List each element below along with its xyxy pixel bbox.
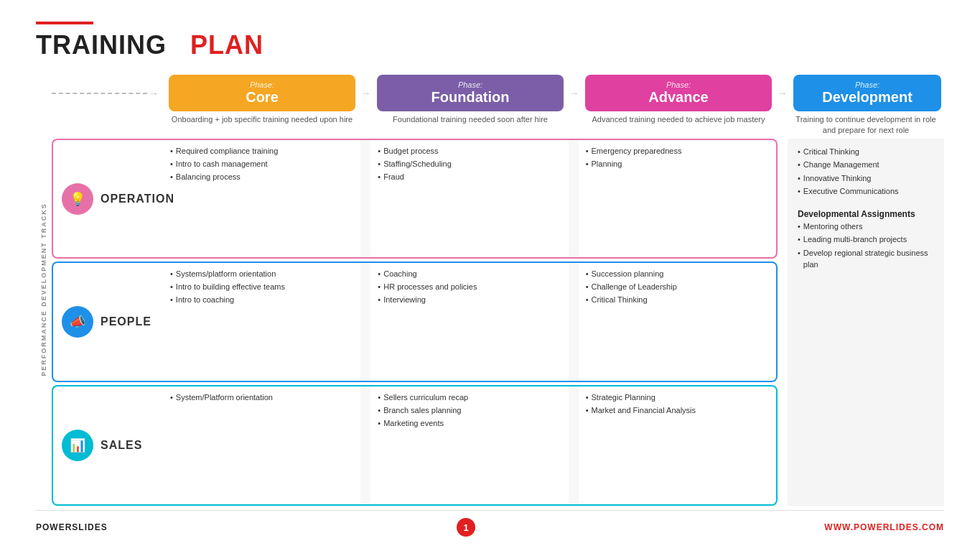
list-item: •HR processes and policies xyxy=(378,282,561,293)
phase-core-header: Phase: Core xyxy=(163,73,361,113)
list-item: • Mentoring others xyxy=(798,221,934,233)
list-item: •Intro to building effective teams xyxy=(170,282,353,293)
list-item: • Critical Thinking xyxy=(798,146,934,158)
list-item: •Critical Thinking xyxy=(586,295,769,306)
footer-brand-left: POWERSLIDES xyxy=(36,522,108,532)
list-item: •Required compliance training xyxy=(170,146,353,157)
dev-assignments-title: Developmental Assignments xyxy=(798,209,915,219)
phase-foundation-card: Phase: Foundation xyxy=(377,75,564,111)
track-sales-label: 📊 SALES xyxy=(52,385,163,506)
list-item: •Balancing process xyxy=(170,172,353,183)
phase-core-card: Phase: Core xyxy=(169,75,355,111)
desc-empty xyxy=(52,114,163,136)
list-item: •Branch sales planning xyxy=(378,405,561,417)
list-item: •Strategic Planning xyxy=(586,392,769,404)
phase-advance-label: Phase: xyxy=(592,80,765,89)
header: TRAINING PLAN xyxy=(36,22,944,60)
sales-icon: 📊 xyxy=(62,430,93,461)
list-item: •Fraud xyxy=(378,172,561,183)
title-plan: PLAN xyxy=(190,30,263,60)
footer: POWERSLIDES 1 WWW.POWERLIDES.COM xyxy=(36,510,944,537)
footer-page-number: 1 xyxy=(457,518,475,537)
list-item: • Change Management xyxy=(798,159,934,171)
list-item: •Intro to coaching xyxy=(170,295,353,306)
phase-advance-header: Phase: Advance xyxy=(579,73,778,113)
red-accent-line xyxy=(36,22,93,24)
desc-development: Training to continue development in role… xyxy=(788,114,944,136)
footer-brand-right: WWW.POWERLIDES.COM xyxy=(824,522,944,532)
people-icon: 📣 xyxy=(62,306,93,338)
sales-core-data: •System/Platform orientation xyxy=(163,385,360,506)
people-name: PEOPLE xyxy=(101,315,151,328)
people-advance-data: •Succession planning •Challenge of Leade… xyxy=(579,261,778,382)
phase-development-label: Phase: xyxy=(801,80,934,89)
phase-development-name: Development xyxy=(801,89,934,106)
people-core-data: •Systems/platform orientation •Intro to … xyxy=(163,261,360,382)
descriptions-row: Onboarding + job specific training neede… xyxy=(52,114,944,136)
phase-advance-name: Advance xyxy=(592,89,765,106)
list-item: •Planning xyxy=(586,159,769,170)
phase-core-name: Core xyxy=(176,89,348,106)
list-item: •Market and Financial Analysis xyxy=(586,405,769,417)
list-item: •Intro to cash management xyxy=(170,159,353,170)
title-training: TRAINING xyxy=(36,30,167,60)
people-foundation-data: •Coaching •HR processes and policies •In… xyxy=(370,261,568,382)
sales-name: SALES xyxy=(101,439,142,452)
list-item: •Systems/platform orientation xyxy=(170,269,353,280)
phase-foundation-header: Phase: Foundation xyxy=(371,73,569,113)
list-item: •Marketing events xyxy=(378,418,561,430)
list-item: • Leading multi-branch projects xyxy=(798,233,934,246)
list-item: •Succession planning xyxy=(586,269,769,280)
sales-foundation-data: •Sellers curriculum recap •Branch sales … xyxy=(370,385,568,506)
operation-advance-data: •Emergency preparedness •Planning xyxy=(579,139,778,259)
operation-icon: 💡 xyxy=(62,183,93,215)
phases-empty-label: → xyxy=(52,73,163,113)
vertical-label-col: PERFORMANCE DEVELOPMENT TRACKS xyxy=(36,73,52,506)
list-item: • Innovative Thinking xyxy=(798,172,934,185)
list-item: •Budget process xyxy=(378,146,561,157)
phase-foundation-label: Phase: xyxy=(384,80,556,89)
phase-core-label: Phase: xyxy=(176,80,348,89)
operation-foundation-data: •Budget process •Staffing/Scheduling •Fr… xyxy=(370,139,568,259)
desc-advance: Advanced training needed to achieve job … xyxy=(579,114,778,136)
track-operation-label: 💡 OPERATION xyxy=(52,139,163,259)
list-item: •Coaching xyxy=(378,269,561,280)
phases-header-row: → Phase: Core → Phase: Foundation xyxy=(52,73,944,113)
sales-advance-data: •Strategic Planning •Market and Financia… xyxy=(579,385,778,506)
phase-development-card: Phase: Development xyxy=(793,75,941,111)
track-people-label: 📣 PEOPLE xyxy=(52,261,163,382)
list-item: •Challenge of Leadership xyxy=(586,282,769,293)
list-item: •Interviewing xyxy=(378,295,561,306)
page-title: TRAINING PLAN xyxy=(36,30,944,60)
page: TRAINING PLAN PERFORMANCE DEVELOPMENT TR… xyxy=(0,0,980,551)
list-item: •Emergency preparedness xyxy=(586,146,769,157)
list-item: •Staffing/Scheduling xyxy=(378,159,561,170)
list-item: •System/Platform orientation xyxy=(170,392,353,404)
operation-core-data: •Required compliance training •Intro to … xyxy=(163,139,360,259)
desc-core: Onboarding + job specific training neede… xyxy=(163,114,361,136)
development-column: • Critical Thinking• Change Management• … xyxy=(788,139,944,506)
vertical-label: PERFORMANCE DEVELOPMENT TRACKS xyxy=(40,203,47,376)
list-item: • Executive Communications xyxy=(798,185,934,198)
main-content: PERFORMANCE DEVELOPMENT TRACKS → Phase: … xyxy=(36,73,944,506)
phase-foundation-name: Foundation xyxy=(384,89,556,106)
phase-development-header: Phase: Development xyxy=(788,73,944,113)
list-item: • Develop regional strategic business pl… xyxy=(798,247,934,271)
list-item: •Sellers curriculum recap xyxy=(378,392,561,404)
phase-advance-card: Phase: Advance xyxy=(585,75,772,111)
desc-foundation: Foundational training needed soon after … xyxy=(371,114,569,136)
